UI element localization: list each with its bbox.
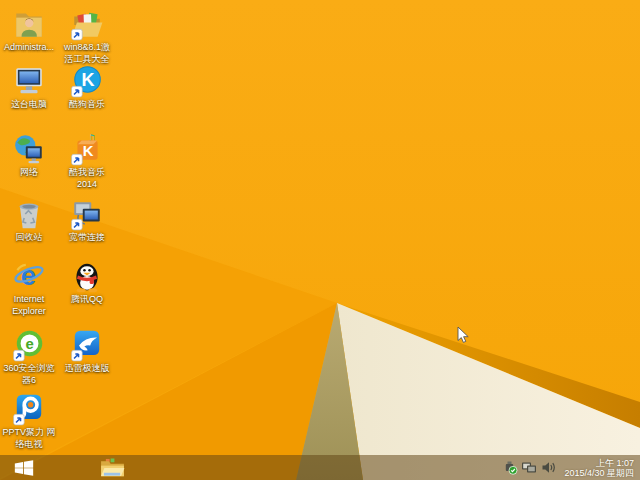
taskbar-clock[interactable]: 上午 1:07 2015/4/30 星期四 — [564, 458, 634, 478]
desktop-icon-label: Internet Explorer — [0, 294, 58, 317]
desktop-icon-qq[interactable]: 腾讯QQ — [58, 259, 116, 306]
broadband-connection-icon — [70, 197, 104, 231]
desktop-icon-win8-tools[interactable]: win8&8.1激 活工具大全 — [58, 7, 116, 65]
kuwo-music-icon: ♫ K — [70, 132, 104, 166]
pptv-icon — [12, 392, 46, 426]
user-folder-icon — [12, 7, 46, 41]
qq-penguin-icon — [70, 259, 104, 293]
start-button[interactable] — [2, 455, 46, 480]
computer-icon — [12, 64, 46, 98]
desktop-icon-xunlei[interactable]: 迅雷极速版 — [58, 328, 116, 375]
system-tray: 上午 1:07 2015/4/30 星期四 — [499, 455, 634, 480]
desktop-icon-this-pc[interactable]: 这台电脑 — [0, 64, 58, 111]
volume-icon[interactable] — [540, 460, 556, 476]
desktop-icon-label: 回收站 — [0, 232, 58, 244]
desktop-icon-kuwo[interactable]: ♫ K 酷我音乐 2014 — [58, 132, 116, 190]
svg-text:e: e — [25, 336, 33, 352]
network-globe-icon — [12, 132, 46, 166]
taskbar: 上午 1:07 2015/4/30 星期四 — [0, 455, 640, 480]
svg-text:K: K — [83, 143, 94, 159]
desktop-icon-label: 360安全浏览 器6 — [0, 363, 58, 386]
desktop-icon-recycle-bin[interactable]: 回收站 — [0, 197, 58, 244]
desktop-icon-label: 宽带连接 — [58, 232, 116, 244]
open-folder-icon — [70, 7, 104, 41]
desktop-icon-360-browser[interactable]: e 360安全浏览 器6 — [0, 328, 58, 386]
desktop-icon-label: 酷我音乐 2014 — [58, 167, 116, 190]
safely-remove-hardware-icon[interactable] — [502, 460, 518, 476]
desktop-icon-label: 网络 — [0, 167, 58, 179]
desktop-icon-kugou[interactable]: K 酷狗音乐 — [58, 64, 116, 111]
windows-logo-icon — [13, 457, 35, 479]
kugou-music-icon: K — [70, 64, 104, 98]
desktop-icon-network[interactable]: 网络 — [0, 132, 58, 179]
desktop-icon-label: win8&8.1激 活工具大全 — [58, 42, 116, 65]
desktop-icon-label: 迅雷极速版 — [58, 363, 116, 375]
file-explorer-icon — [100, 458, 125, 478]
network-status-icon[interactable] — [521, 460, 537, 476]
desktop-icon-label: 这台电脑 — [0, 99, 58, 111]
desktop-icon-label: 酷狗音乐 — [58, 99, 116, 111]
clock-time: 上午 1:07 — [564, 458, 634, 468]
windows-desktop: Administra... win8&8.1激 活工具大全 — [0, 0, 640, 480]
svg-text:K: K — [82, 70, 95, 90]
desktop-icon-pptv[interactable]: PPTV聚力 网 络电视 — [0, 392, 58, 450]
recycle-bin-icon — [12, 197, 46, 231]
desktop-icon-internet-explorer[interactable]: e Internet Explorer — [0, 259, 58, 317]
file-explorer-button[interactable] — [94, 455, 130, 480]
xunlei-bird-icon — [70, 328, 104, 362]
mouse-cursor — [457, 326, 470, 344]
360-browser-icon: e — [12, 328, 46, 362]
desktop-icon-label: Administra... — [0, 42, 58, 54]
internet-explorer-icon: e — [12, 259, 46, 293]
desktop-icon-label: PPTV聚力 网 络电视 — [0, 427, 58, 450]
desktop-icon-broadband[interactable]: 宽带连接 — [58, 197, 116, 244]
clock-date: 2015/4/30 星期四 — [564, 468, 634, 478]
desktop-icon-administrator[interactable]: Administra... — [0, 7, 58, 54]
desktop-icon-label: 腾讯QQ — [58, 294, 116, 306]
